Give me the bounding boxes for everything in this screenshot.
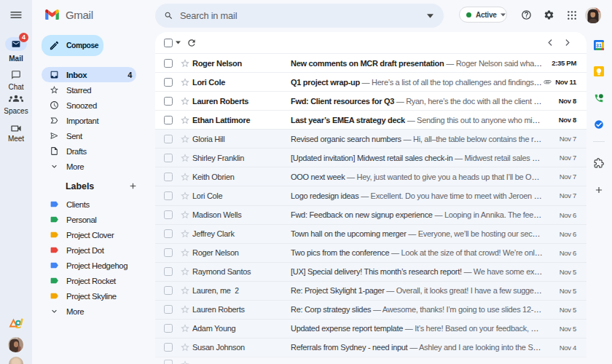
- svg-text:31: 31: [596, 43, 602, 48]
